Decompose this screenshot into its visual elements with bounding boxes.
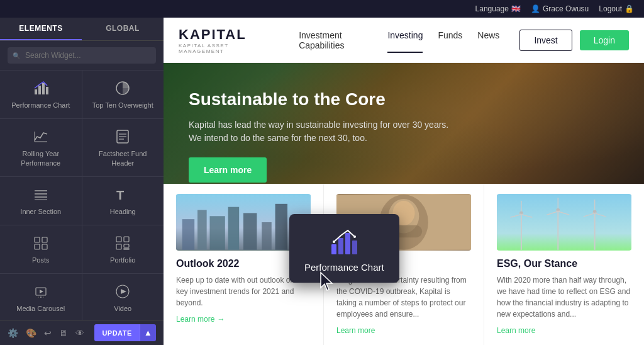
sidebar-search-wrap [0,41,164,71]
search-input[interactable] [8,47,156,64]
lock-icon: 🔒 [625,4,634,13]
nav-news[interactable]: News [477,28,499,53]
widgets-grid: Performance Chart Top Ten Overweight Rol… [0,71,164,320]
bottom-toolbar: ⚙️ 🎨 ↩ 🖥 👁 UPDATE ▲ [0,320,164,345]
svg-rect-39 [210,216,225,250]
sidebar-tabs: ELEMENTS GLOBAL [0,18,164,41]
update-dropdown-button[interactable]: ▲ [140,324,156,341]
card-link-esg[interactable]: Learn more [497,326,631,335]
drag-tooltip: Performance Chart [289,214,399,283]
widget-label-top-ten: Top Ten Overweight [92,101,153,110]
svg-marker-26 [40,290,43,293]
hero-subtitle: Kapital has lead the way in sustainable … [189,118,453,145]
svg-text:T: T [116,188,124,202]
drag-tooltip-label: Performance Chart [304,262,384,273]
widget-inner-section[interactable]: Inner Section [0,177,82,225]
card-link-covid[interactable]: Learn more [336,326,471,335]
desktop-icon[interactable]: 🖥 [59,328,68,338]
svg-rect-69 [352,240,357,254]
video-icon [114,283,131,300]
svg-point-28 [38,297,39,298]
user-profile[interactable]: 👤 Grace Owusu [531,4,589,13]
language-selector[interactable]: Language 🇬🇧 [475,4,521,13]
nav-funds[interactable]: Funds [438,28,462,53]
undo-icon[interactable]: ↩ [44,328,52,338]
svg-rect-3 [46,87,48,94]
widget-label-rolling: Rolling Year Performance [5,149,77,167]
widget-posts[interactable]: Posts [0,225,82,273]
svg-rect-20 [116,237,121,242]
widget-label-video: Video [114,304,131,313]
hero-section: Sustainable to the Core Kapital has lead… [164,63,644,184]
eye-icon[interactable]: 👁 [75,328,84,338]
hero-cta-button[interactable]: Learn more [189,157,267,183]
user-name: Grace Owusu [543,4,589,13]
site-logo: KAPITAL KAPITAL ASSET MANAGEMENT [179,26,269,54]
carousel-icon [32,283,50,300]
svg-marker-31 [121,289,126,294]
site-nav: KAPITAL KAPITAL ASSET MANAGEMENT Investm… [164,18,644,63]
svg-rect-66 [331,244,336,254]
widget-label-portfolio: Portfolio [110,256,135,264]
card-image-wind [497,194,631,251]
heading-icon: T [114,186,131,203]
logout-link[interactable]: Logout 🔒 [599,4,634,13]
nav-investment-capabilities[interactable]: Investment Capabilities [299,28,372,53]
widget-portfolio[interactable]: Portfolio [82,225,164,273]
svg-rect-2 [42,83,45,94]
widget-label-posts: Posts [32,256,50,264]
svg-rect-37 [182,219,194,250]
widget-media-carousel[interactable]: Media Carousel [0,274,82,320]
pie-icon [114,79,131,97]
logout-label: Logout [599,4,622,13]
svg-rect-40 [228,207,240,250]
logo-sub: KAPITAL ASSET MANAGEMENT [179,43,269,54]
widget-rolling-year[interactable]: Rolling Year Performance [0,119,82,176]
theme-icon[interactable]: 🎨 [26,328,36,338]
cards-section: Outlook 2022 Keep up to date with out ou… [164,184,644,345]
nav-actions: Invest Login [519,30,629,51]
nav-investing[interactable]: Investing [387,28,423,53]
widget-heading[interactable]: T Heading [82,177,164,225]
svg-rect-67 [338,238,343,254]
widget-label-heading: Heading [110,207,136,216]
svg-rect-21 [124,237,129,242]
settings-icon[interactable]: ⚙️ [8,328,18,338]
update-button[interactable]: UPDATE [94,324,139,341]
drag-tooltip-icon [329,227,359,257]
flag-icon: 🇬🇧 [511,4,521,13]
arrow-icon: → [217,315,225,324]
update-btn-wrap: UPDATE ▲ [94,324,156,341]
widget-top-ten-overweight[interactable]: Top Ten Overweight [82,71,164,118]
widget-video[interactable]: Video [82,274,164,320]
rows-icon [32,186,50,203]
svg-rect-16 [35,237,40,242]
svg-rect-1 [38,86,41,94]
tab-elements[interactable]: ELEMENTS [0,18,82,40]
wind-illustration [497,194,631,251]
hero-title: Sustainable to the Core [189,88,453,111]
widget-performance-chart[interactable]: Performance Chart [0,71,82,118]
widget-label-media-carousel: Media Carousel [16,304,65,313]
cursor [318,271,336,294]
hero-content: Sustainable to the Core Kapital has lead… [164,63,478,184]
svg-rect-43 [275,204,287,250]
svg-rect-0 [35,89,37,94]
svg-rect-18 [35,244,40,249]
svg-rect-22 [116,244,121,249]
login-button[interactable]: Login [580,30,629,50]
widget-factsheet[interactable]: Factsheet Fund Header [82,119,164,176]
svg-point-27 [40,297,42,298]
portfolio-icon [114,234,131,252]
user-icon: 👤 [531,4,540,13]
tab-global[interactable]: GLOBAL [82,18,164,40]
svg-marker-72 [321,273,332,290]
card-link-outlook[interactable]: Learn more → [176,315,311,324]
svg-rect-68 [345,233,350,254]
line-chart-icon [32,128,50,145]
svg-rect-50 [497,195,631,250]
invest-button[interactable]: Invest [519,30,572,51]
chart-icon [32,79,50,97]
svg-point-70 [333,240,335,243]
main-layout: ELEMENTS GLOBAL Performance Chart [0,18,644,345]
